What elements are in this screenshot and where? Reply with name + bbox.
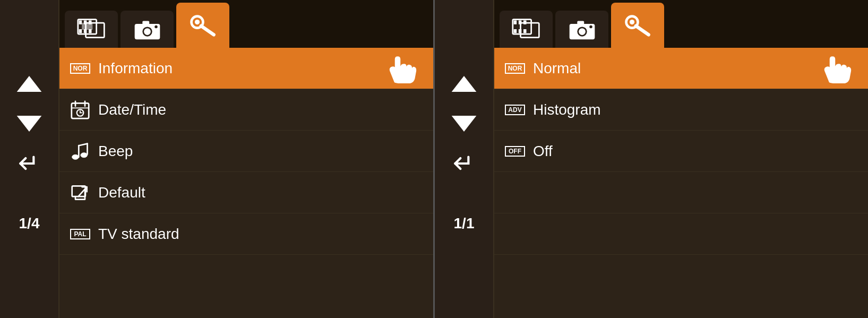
svg-point-30 [81, 152, 88, 157]
svg-point-45 [579, 28, 586, 35]
item-label-off: Off [533, 143, 857, 160]
menu-item-tvstandard[interactable]: PAL TV standard [59, 213, 433, 255]
left-nav-buttons: 1/4 [0, 0, 58, 318]
menu-item-histogram[interactable]: ADV Histogram [494, 89, 868, 131]
right-page-number: 1/1 [454, 215, 475, 232]
tab-gallery-right[interactable] [500, 11, 553, 48]
svg-rect-41 [523, 29, 527, 33]
hand-pointer-right [815, 47, 857, 90]
right-up-button[interactable] [440, 64, 488, 104]
item-label-histogram: Histogram [533, 101, 857, 118]
svg-rect-39 [513, 29, 517, 33]
hand-pointer-left [380, 47, 423, 90]
menu-item-information[interactable]: NOR Information [59, 48, 433, 89]
svg-rect-46 [577, 21, 584, 24]
svg-marker-1 [17, 116, 42, 132]
left-menu-panel: NOR Information [58, 0, 433, 318]
tab-gallery-left[interactable] [65, 11, 118, 48]
badge-nor-right: NOR [505, 63, 525, 74]
svg-point-17 [194, 20, 199, 24]
svg-rect-9 [82, 23, 92, 30]
left-page-number: 1/4 [19, 215, 40, 232]
svg-rect-14 [142, 21, 149, 24]
right-screen: 1/1 [435, 0, 868, 318]
svg-rect-3 [79, 21, 82, 24]
menu-item-datetime[interactable]: Date/Time [59, 89, 433, 131]
svg-marker-34 [452, 116, 477, 132]
menu-item-off[interactable]: OFF Off [494, 131, 868, 172]
menu-item-empty-2 [494, 213, 868, 255]
svg-marker-0 [17, 76, 42, 92]
badge-pal: PAL [70, 229, 90, 239]
right-down-button[interactable] [440, 104, 488, 143]
item-label-normal: Normal [533, 60, 807, 77]
svg-line-28 [79, 143, 87, 145]
right-enter-button[interactable] [440, 143, 488, 183]
svg-rect-36 [513, 21, 517, 24]
svg-point-47 [589, 25, 592, 29]
item-label-beep: Beep [98, 143, 423, 160]
badge-nor: NOR [70, 63, 90, 74]
svg-marker-33 [452, 76, 477, 92]
svg-point-13 [144, 28, 151, 35]
right-tab-bar [494, 0, 868, 48]
tab-camera-right[interactable] [555, 11, 608, 48]
datetime-icon [70, 100, 90, 120]
svg-line-50 [635, 25, 648, 35]
tab-camera-left[interactable] [121, 11, 174, 48]
left-tab-bar [59, 0, 433, 48]
enter-button[interactable] [5, 143, 53, 183]
menu-item-default[interactable]: Default [59, 172, 433, 213]
menu-item-normal[interactable]: NOR Normal [494, 48, 868, 89]
svg-point-26 [72, 154, 79, 159]
item-label-information: Information [98, 60, 372, 77]
up-button[interactable] [5, 64, 53, 104]
svg-rect-42 [520, 23, 539, 37]
item-label-tvstandard: TV standard [98, 226, 423, 243]
svg-rect-8 [89, 29, 92, 33]
right-nav-buttons: 1/1 [435, 0, 493, 318]
menu-item-beep[interactable]: Beep [59, 131, 433, 172]
svg-rect-6 [79, 29, 82, 33]
left-screen: 1/4 [0, 0, 433, 318]
right-menu-panel: NOR Normal ADV Histogram OFF Off [493, 0, 868, 318]
item-label-datetime: Date/Time [98, 101, 423, 118]
badge-off: OFF [505, 146, 525, 157]
tab-settings-right[interactable] [611, 3, 664, 48]
svg-point-49 [629, 20, 634, 24]
beep-icon [70, 141, 90, 161]
menu-item-empty-1 [494, 172, 868, 213]
down-button[interactable] [5, 104, 53, 143]
badge-adv: ADV [505, 105, 525, 115]
item-label-default: Default [98, 184, 423, 201]
svg-line-18 [201, 25, 213, 35]
svg-point-15 [154, 25, 158, 29]
default-icon [70, 183, 90, 203]
tab-settings-left[interactable] [176, 3, 229, 48]
